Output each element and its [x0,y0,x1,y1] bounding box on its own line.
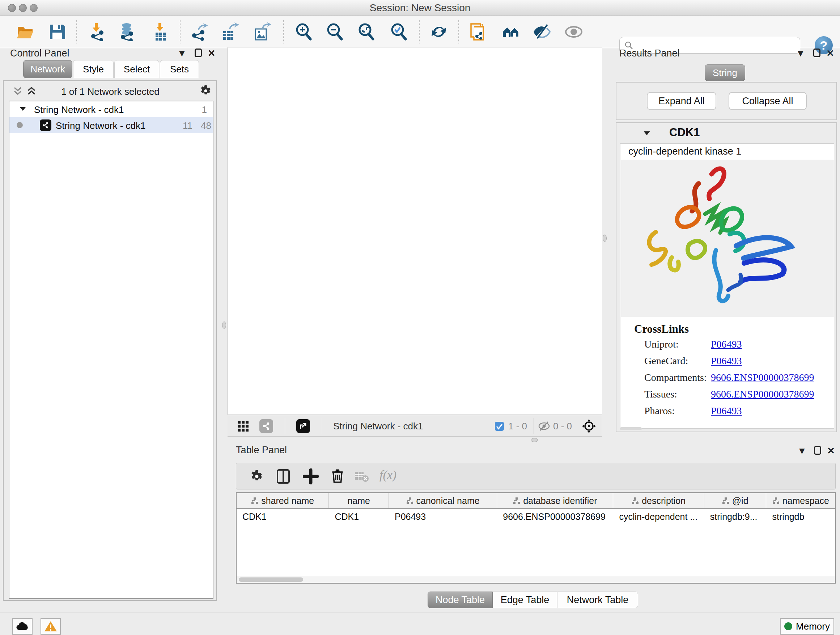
tab-network-table[interactable]: Network Table [557,592,638,608]
status-bar: Memory [0,613,840,635]
export-image-icon[interactable] [252,22,272,42]
column-network-icon [772,497,780,504]
table-header-row: shared name name canonical name database… [237,493,835,509]
network-canvas[interactable] [227,47,602,415]
results-buttons-box: Expand All Collapse All [616,82,837,120]
fit-content-crosshair-icon[interactable] [581,418,597,435]
control-panel-float-icon[interactable] [195,49,202,57]
selected-checkbox-icon[interactable] [494,421,504,432]
tab-style[interactable]: Style [73,60,114,78]
zoom-selected-icon[interactable] [389,22,409,42]
table-panel-float-icon[interactable] [814,446,821,455]
open-session-icon[interactable] [15,22,35,42]
table-toolbar: f(x) [236,463,836,489]
results-scrollbar-stub[interactable] [620,427,642,430]
network-collection-row[interactable]: String Network - cdk1 1 [9,101,213,117]
gene-details-box: CDK1 cyclin-dependent kinase 1 [616,122,837,432]
column-header-description[interactable]: description [613,493,704,508]
show-all-icon[interactable] [564,22,584,42]
crosslink-label: Uniprot: [644,339,679,350]
warning-status-button[interactable] [41,618,61,635]
table-hscrollbar-thumb[interactable] [239,578,303,582]
import-table-file-icon[interactable] [150,22,171,42]
tab-network[interactable]: Network [23,60,73,78]
network-row-selected[interactable]: String Network - cdk1 11 48 [9,117,213,133]
column-header-id[interactable]: @id [704,493,767,508]
import-network-database-icon[interactable] [117,22,137,42]
expand-all-networks-icon[interactable] [26,85,37,98]
bottom-splitter-grip[interactable] [531,438,538,442]
crosslink-value-compartments[interactable]: 9606.ENSP00000378699 [711,372,814,383]
tab-sets[interactable]: Sets [160,60,199,78]
crosslink-value-pharos[interactable]: P06493 [711,405,742,417]
control-panel-menu-icon[interactable]: ▼ [177,49,187,58]
control-panel-close-icon[interactable]: ✕ [208,49,216,58]
zoom-in-icon[interactable] [294,22,314,42]
birdseye-grid-icon[interactable] [237,420,249,434]
network-view-toolbar: String Network - cdk1 1 - 0 0 - 0 [227,415,602,437]
zoom-out-icon[interactable] [325,22,345,42]
column-header-database-identifier[interactable]: database identifier [497,493,613,508]
import-network-file-icon[interactable] [88,22,108,42]
cloud-status-button[interactable] [12,618,33,635]
column-network-icon [722,497,729,504]
window-title: Session: New Session [0,0,840,16]
tab-edge-table[interactable]: Edge Table [493,592,557,608]
table-hscrollbar[interactable] [237,576,835,583]
toolbar-separator [283,20,284,43]
tab-node-table[interactable]: Node Table [428,592,493,608]
protein-structure-image [621,160,834,317]
column-header-namespace[interactable]: namespace [766,493,835,508]
export-table-icon[interactable] [219,22,240,42]
column-header-name[interactable]: name [329,493,389,508]
column-header-canonical-name[interactable]: canonical name [389,493,497,508]
crosslink-value-uniprot[interactable]: P06493 [711,339,742,350]
expand-all-button[interactable]: Expand All [647,92,716,110]
show-columns-icon[interactable] [275,469,291,486]
network-view-title: String Network - cdk1 [333,415,423,437]
column-header-shared-name[interactable]: shared name [237,493,329,508]
toolbar-separator [76,20,77,43]
export-network-icon[interactable] [189,22,210,42]
open-in-window-icon[interactable] [296,419,310,433]
apply-layout-icon[interactable] [429,22,449,42]
tab-string-results[interactable]: String [705,65,745,81]
tab-select[interactable]: Select [114,60,159,78]
delete-table-icon [354,471,369,484]
table-gear-icon[interactable] [248,469,264,486]
hidden-count: 0 - 0 [553,415,572,437]
left-splitter-grip[interactable] [222,321,226,329]
network-current-dot [17,122,23,128]
results-panel-float-icon[interactable] [813,49,821,57]
string-view-icon[interactable] [259,419,273,433]
gene-symbol: CDK1 [669,126,699,139]
home-networks-icon[interactable] [501,22,521,42]
gene-collapse-icon[interactable] [643,129,651,139]
table-panel-close-icon[interactable]: ✕ [827,446,835,455]
table-panel-title: Table Panel [236,445,287,456]
column-network-icon [251,497,258,504]
crosslink-value-genecard[interactable]: P06493 [711,355,742,367]
cloud-icon [16,621,29,631]
hide-selected-icon[interactable] [531,22,552,42]
crosslink-value-tissues[interactable]: 9606.ENSP00000378699 [711,388,814,400]
column-network-icon [513,497,520,504]
function-builder-icon: f(x) [379,468,396,482]
results-panel-close-icon[interactable]: ✕ [826,49,834,58]
network-options-gear-icon[interactable] [198,84,212,99]
right-splitter-grip[interactable] [603,234,607,242]
column-network-icon [632,497,639,504]
table-row[interactable]: CDK1 CDK1 P06493 9606.ENSP00000378699 cy… [237,509,835,524]
results-panel-menu-icon[interactable]: ▼ [796,49,805,58]
zoom-fit-icon[interactable] [356,22,377,42]
toolbar-separator [458,20,459,43]
table-panel-menu-icon[interactable]: ▼ [797,446,807,455]
delete-column-icon[interactable] [330,468,346,485]
add-column-icon[interactable] [303,469,319,486]
collapse-all-networks-icon[interactable] [12,85,23,98]
save-session-icon[interactable] [47,22,67,42]
memory-button[interactable]: Memory [780,618,834,635]
clone-network-icon[interactable] [468,22,488,42]
collection-expand-icon[interactable] [19,105,27,114]
collapse-all-button[interactable]: Collapse All [729,92,807,110]
